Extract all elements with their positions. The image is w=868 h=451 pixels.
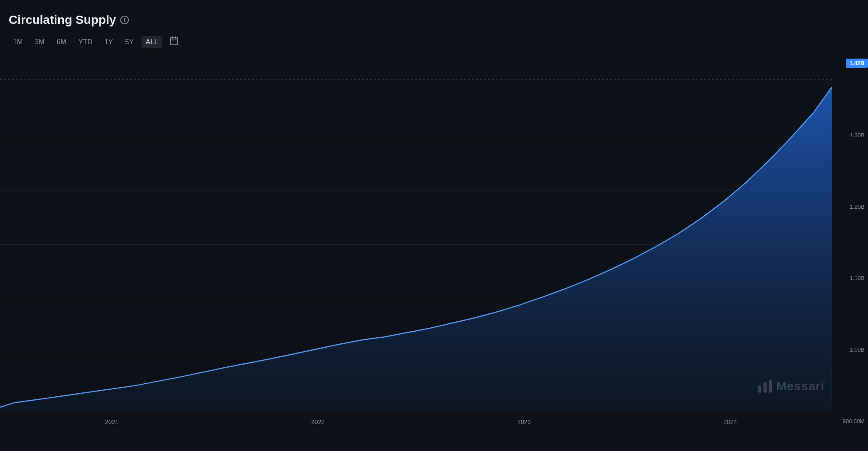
messari-logo-icon (757, 379, 773, 394)
chart-header: Circulating Supply ℹ (0, 9, 868, 31)
btn-all[interactable]: ALL (141, 36, 162, 48)
y-label-120b: 1.20B (839, 204, 865, 210)
current-value-badge: 1.42B (846, 59, 868, 68)
calendar-button[interactable] (166, 34, 182, 50)
svg-rect-0 (171, 38, 178, 45)
x-axis-labels: 2021 2022 2023 2024 (9, 415, 833, 429)
y-label-110b: 1.10B (839, 275, 865, 281)
btn-ytd[interactable]: YTD (74, 36, 97, 48)
messari-watermark: Messari (757, 379, 825, 394)
btn-1m[interactable]: 1M (9, 36, 27, 48)
main-svg-chart (0, 56, 868, 429)
btn-6m[interactable]: 6M (52, 36, 70, 48)
svg-rect-15 (769, 380, 772, 393)
chart-area: 1.42B 1.40B 1.30B 1.20B 1.10B 1.00B 900.… (0, 56, 868, 429)
area-fill (0, 87, 832, 411)
y-label-100b: 1.00B (839, 346, 865, 353)
y-axis-labels: 1.42B 1.40B 1.30B 1.20B 1.10B 1.00B 900.… (835, 56, 868, 429)
x-label-2024: 2024 (723, 418, 737, 425)
svg-rect-14 (763, 382, 766, 392)
svg-rect-13 (758, 385, 761, 392)
time-range-toolbar: 1M 3M 6M YTD 1Y 5Y ALL (0, 31, 868, 56)
info-icon[interactable]: ℹ (120, 16, 129, 24)
chart-container: Circulating Supply ℹ 1M 3M 6M YTD 1Y 5Y … (0, 0, 868, 451)
chart-title: Circulating Supply (9, 13, 116, 27)
y-label-900m: 900.00M (839, 418, 865, 425)
x-label-2022: 2022 (311, 418, 325, 425)
btn-5y[interactable]: 5Y (121, 36, 138, 48)
calendar-icon (169, 36, 179, 46)
btn-3m[interactable]: 3M (30, 36, 49, 48)
btn-1y[interactable]: 1Y (100, 36, 118, 48)
y-label-130b: 1.30B (839, 132, 865, 138)
x-label-2021: 2021 (105, 418, 118, 425)
messari-brand-text: Messari (776, 379, 825, 393)
x-label-2023: 2023 (517, 418, 531, 425)
messari-logo: Messari (757, 379, 825, 394)
